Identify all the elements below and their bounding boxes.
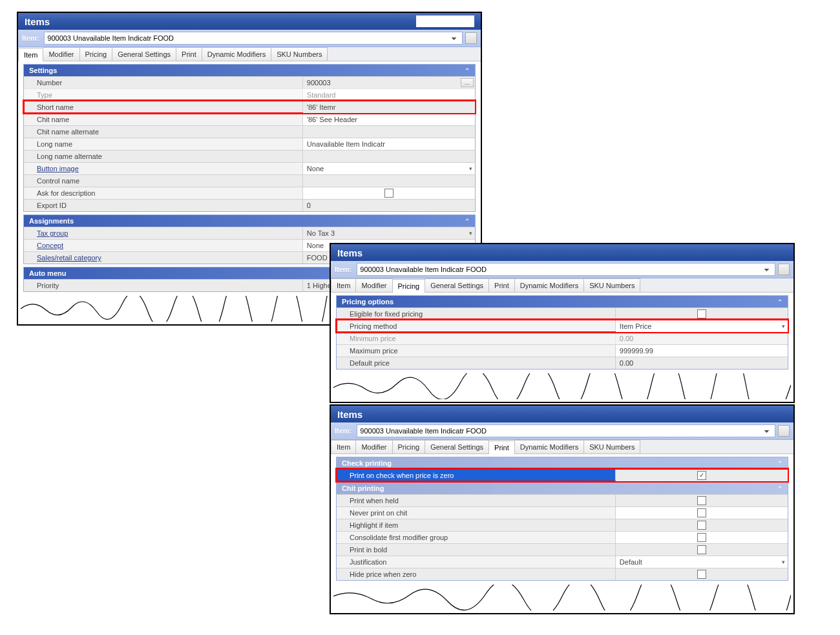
panel-titlebar: Items <box>18 13 481 26</box>
titlebar-spacer <box>416 16 474 26</box>
items-panel-item-tab: Items Item: 900003 Unavailable Item Indi… <box>17 12 482 26</box>
panel-title: Items <box>25 16 50 26</box>
